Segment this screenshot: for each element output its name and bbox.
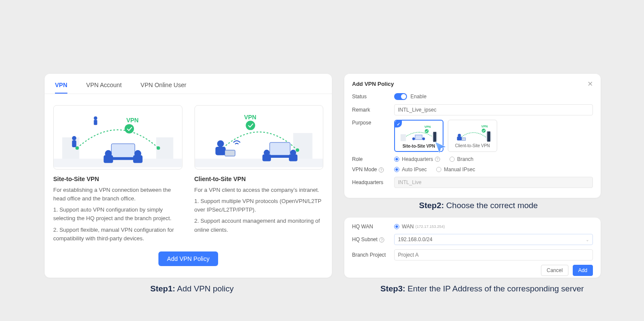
svg-rect-15 [133, 155, 143, 163]
vpn-mode-label: VPN Mode? [352, 167, 394, 173]
svg-point-6 [72, 136, 76, 140]
site-card-desc: For establishing a VPN connection betwee… [53, 186, 182, 203]
client-card-pt1: 1. Support multiple VPN protocols (OpenV… [194, 197, 324, 214]
svg-rect-9 [94, 120, 97, 125]
chevron-down-icon: ⌄ [586, 237, 589, 242]
purpose-client-label: Client-to-Site VPN [450, 143, 495, 148]
svg-rect-30 [289, 154, 297, 161]
svg-point-37 [412, 137, 415, 140]
status-label: Status [352, 94, 394, 100]
purpose-site-illustration: VPN [397, 122, 441, 144]
remark-label: Remark [352, 107, 394, 113]
svg-rect-43 [462, 138, 465, 140]
svg-rect-7 [72, 140, 76, 147]
mode-auto-ipsec-radio[interactable]: Auto IPsec [394, 167, 427, 173]
tabs: VPN VPN Account VPN Online User [45, 74, 332, 94]
caption-step3: Step3: Enter the IP Address of the corre… [380, 284, 584, 294]
svg-rect-13 [103, 155, 113, 163]
tab-vpn-online-user[interactable]: VPN Online User [140, 82, 186, 94]
client-to-site-illustration: VPN [194, 105, 324, 170]
svg-point-3 [76, 146, 79, 150]
headquarters-label: Headquarters [352, 179, 394, 185]
purpose-option-client-to-site[interactable]: VPN Client-to-Site VPN [448, 120, 497, 152]
svg-rect-33 [401, 134, 406, 141]
role-headquarters-radio[interactable]: Headquarters ? [394, 156, 440, 162]
svg-text:VPN: VPN [244, 114, 256, 121]
caption-step1: Step1: Add VPN policy [150, 284, 234, 294]
svg-rect-11 [111, 157, 135, 160]
site-to-site-illustration: VPN [53, 105, 182, 170]
add-vpn-policy-button[interactable]: Add VPN Policy [158, 251, 218, 266]
status-toggle[interactable] [394, 93, 407, 100]
purpose-site-label: Site-to-Site VPN [397, 144, 441, 148]
site-card-title: Site-to-Site VPN [53, 176, 182, 182]
svg-rect-26 [270, 155, 290, 158]
tab-vpn[interactable]: VPN [55, 82, 67, 94]
client-card-desc: For a VPN client to access the company’s… [194, 186, 324, 194]
svg-rect-25 [270, 142, 290, 155]
client-card-pt2: 2. Support account management and monito… [194, 217, 324, 234]
hq-wan-ip: (172.17.153.254) [416, 224, 445, 229]
svg-rect-10 [111, 144, 135, 157]
hq-wan-label: HQ WAN [352, 224, 394, 230]
svg-point-38 [422, 137, 425, 140]
info-icon[interactable]: ? [435, 157, 440, 162]
svg-rect-42 [457, 136, 462, 140]
svg-point-22 [217, 140, 224, 147]
dialog-title: Add VPN Policy [352, 81, 394, 87]
svg-rect-28 [262, 154, 271, 161]
client-card-title: Client-to-Site VPN [194, 176, 324, 182]
svg-rect-36 [415, 135, 422, 139]
svg-point-41 [458, 134, 461, 137]
site-card-pt2: 2. Support flexible, manual VPN configur… [53, 226, 182, 243]
hq-subnet-label: HQ Subnet? [352, 236, 394, 242]
vpn-setup-panel: VPN VPN Account VPN Online User VPN [45, 74, 332, 278]
vpn-badge-text: VPN [126, 117, 139, 124]
hq-wan-radio[interactable]: WAN (172.17.153.254) [394, 224, 445, 230]
role-label: Role [352, 156, 394, 162]
cancel-button[interactable]: Cancel [541, 265, 568, 276]
svg-rect-24 [225, 150, 235, 156]
svg-point-32 [425, 129, 428, 133]
svg-point-4 [157, 146, 160, 150]
remark-input[interactable] [394, 104, 593, 115]
mode-manual-ipsec-radio[interactable]: Manual IPsec [436, 167, 475, 173]
card-site-to-site[interactable]: VPN [53, 105, 182, 245]
svg-point-21 [246, 121, 255, 130]
card-client-to-site[interactable]: VPN [194, 105, 324, 245]
svg-point-19 [295, 148, 299, 152]
caption-step2: Step2: Choose the correct mode [419, 201, 538, 210]
add-button[interactable]: Add [573, 265, 593, 276]
role-branch-radio[interactable]: Branch [450, 156, 474, 162]
purpose-option-site-to-site[interactable]: ✓ VPN [394, 120, 444, 152]
server-ip-panel: HQ WAN WAN (172.17.153.254) HQ Subnet? 1… [344, 218, 601, 278]
svg-point-40 [482, 129, 486, 133]
svg-point-5 [125, 124, 134, 133]
info-icon[interactable]: ? [379, 167, 384, 173]
svg-point-8 [94, 116, 97, 120]
purpose-client-illustration: VPN [450, 122, 495, 143]
svg-text:VPN: VPN [424, 125, 431, 129]
svg-text:VPN: VPN [481, 124, 488, 128]
svg-rect-17 [195, 159, 323, 167]
branch-project-label: Branch Project [352, 252, 394, 258]
status-enable-label: Enable [410, 94, 426, 100]
svg-rect-23 [215, 147, 225, 155]
info-icon[interactable]: ? [379, 237, 384, 242]
close-icon[interactable]: ✕ [587, 80, 593, 88]
tab-vpn-account[interactable]: VPN Account [86, 82, 122, 94]
site-card-pt1: 1. Support auto VPN configuration by sim… [53, 206, 182, 223]
branch-project-input[interactable] [394, 249, 593, 260]
headquarters-input [394, 177, 593, 188]
svg-rect-45 [487, 131, 490, 142]
hq-subnet-select[interactable]: 192.168.0.0/24 ⌄ [394, 234, 593, 245]
purpose-label: Purpose [352, 120, 394, 126]
svg-rect-35 [433, 132, 436, 142]
add-vpn-policy-dialog: Add VPN Policy ✕ Status Enable Remark Pu… [344, 74, 601, 198]
